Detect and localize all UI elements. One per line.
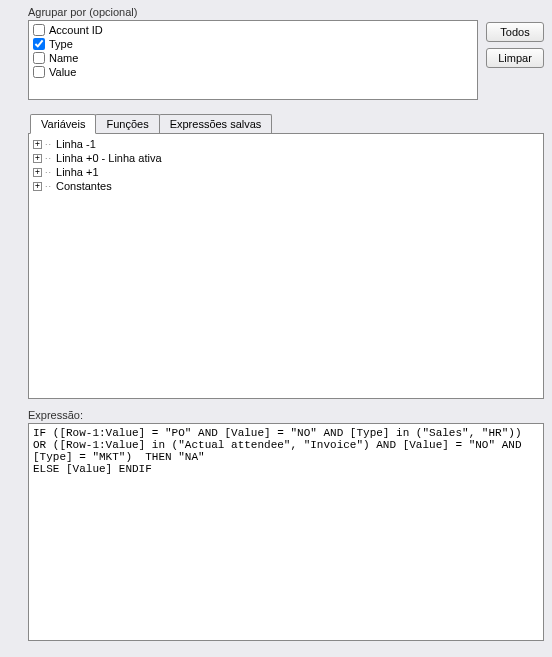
list-item[interactable]: Account ID <box>33 23 473 37</box>
groupby-item-label: Name <box>49 52 78 64</box>
tree-item-label: Constantes <box>56 180 112 192</box>
groupby-item-label: Type <box>49 38 73 50</box>
tree-connector: ·· <box>45 181 52 191</box>
expression-section: Expressão: <box>0 403 552 649</box>
list-item[interactable]: Value <box>33 65 473 79</box>
list-item[interactable]: Name <box>33 51 473 65</box>
tree-item[interactable]: + ·· Linha +1 <box>33 165 539 179</box>
expand-icon[interactable]: + <box>33 182 42 191</box>
tree-item-label: Linha +0 - Linha ativa <box>56 152 162 164</box>
tab-saved-expressions[interactable]: Expressões salvas <box>159 114 273 133</box>
tab-panel-variables: + ·· Linha -1 + ·· Linha +0 - Linha ativ… <box>28 133 544 399</box>
main-panel: Agrupar por (opcional) Account ID Type N… <box>0 0 552 649</box>
expand-icon[interactable]: + <box>33 168 42 177</box>
tree-connector: ·· <box>45 139 52 149</box>
tab-functions[interactable]: Funções <box>95 114 159 133</box>
checkbox-value[interactable] <box>33 66 45 78</box>
expand-icon[interactable]: + <box>33 140 42 149</box>
checkbox-type[interactable] <box>33 38 45 50</box>
tabs-section: Variáveis Funções Expressões salvas + ··… <box>0 110 552 403</box>
tree-item[interactable]: + ·· Constantes <box>33 179 539 193</box>
select-all-button[interactable]: Todos <box>486 22 544 42</box>
expand-icon[interactable]: + <box>33 154 42 163</box>
expression-input[interactable] <box>28 423 544 641</box>
tree-item-label: Linha -1 <box>56 138 96 150</box>
groupby-listbox[interactable]: Account ID Type Name Value <box>28 20 478 100</box>
checkbox-account-id[interactable] <box>33 24 45 36</box>
clear-button[interactable]: Limpar <box>486 48 544 68</box>
tree-item[interactable]: + ·· Linha +0 - Linha ativa <box>33 151 539 165</box>
tab-variables[interactable]: Variáveis <box>30 114 96 134</box>
list-item[interactable]: Type <box>33 37 473 51</box>
checkbox-name[interactable] <box>33 52 45 64</box>
tree-item-label: Linha +1 <box>56 166 99 178</box>
groupby-item-label: Account ID <box>49 24 103 36</box>
tree-item[interactable]: + ·· Linha -1 <box>33 137 539 151</box>
expression-label: Expressão: <box>28 409 544 421</box>
groupby-row: Account ID Type Name Value Todos Limpar <box>28 20 544 100</box>
groupby-item-label: Value <box>49 66 76 78</box>
tree-connector: ·· <box>45 153 52 163</box>
groupby-label: Agrupar por (opcional) <box>28 6 544 18</box>
groupby-side-buttons: Todos Limpar <box>486 20 544 68</box>
groupby-section: Agrupar por (opcional) Account ID Type N… <box>0 0 552 110</box>
tree-connector: ·· <box>45 167 52 177</box>
tab-strip: Variáveis Funções Expressões salvas <box>28 114 544 133</box>
